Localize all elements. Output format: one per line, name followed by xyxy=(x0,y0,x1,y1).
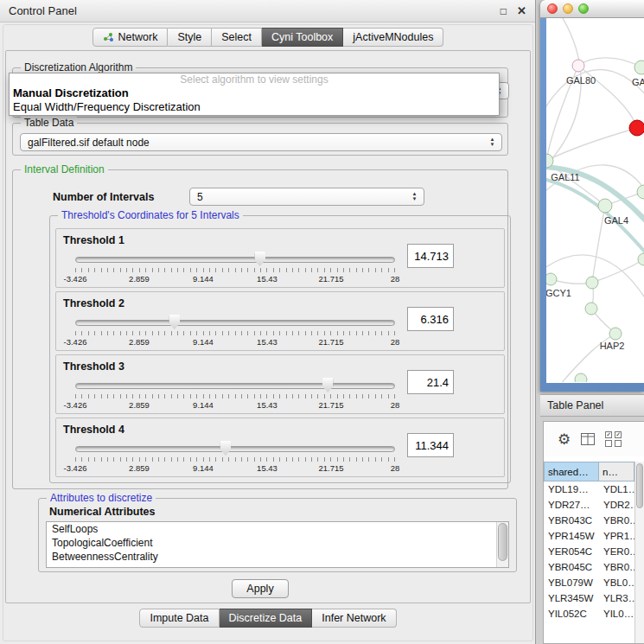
network-node[interactable] xyxy=(609,328,622,340)
minimize-traffic-light-icon[interactable] xyxy=(563,3,573,14)
slider-thumb[interactable] xyxy=(169,315,180,329)
table-cell: YIL052C xyxy=(544,609,599,619)
tick-label: 28 xyxy=(391,400,400,410)
network-node[interactable] xyxy=(638,253,644,265)
dropdown-item-equal-width-frequency[interactable]: Equal Width/Frequency Discretization xyxy=(10,100,499,114)
table-scrollbar[interactable] xyxy=(634,462,644,643)
table-row[interactable]: YLR345WYLR3… xyxy=(544,590,634,606)
network-node-label: GAL11 xyxy=(551,172,579,182)
slider-track[interactable] xyxy=(75,383,395,389)
checkbox-grid-icon[interactable]: ✓ ✓ xyxy=(605,431,622,447)
close-window-icon[interactable]: ✕ xyxy=(517,4,526,17)
tick-label: 28 xyxy=(391,463,400,473)
network-canvas[interactable]: GAL80GAGAL11GAL4GCY1HAP2 xyxy=(546,18,644,383)
slider-ticks xyxy=(75,457,395,462)
zoom-traffic-light-icon[interactable] xyxy=(578,3,589,14)
table-row[interactable]: YDR27…YDR2… xyxy=(544,497,634,513)
table-row[interactable]: YBR045CYBR0… xyxy=(544,559,634,575)
slider-thumb[interactable] xyxy=(220,441,231,456)
table-cell: YBR0… xyxy=(599,562,634,572)
network-node[interactable] xyxy=(546,273,557,285)
threshold-2-panel: Threshold 2 -3.426 2.859 9.144 15.43 21.… xyxy=(55,291,505,351)
threshold-1-slider[interactable]: -3.426 2.859 9.144 15.43 21.715 28 xyxy=(75,251,395,287)
tick-label: 21.715 xyxy=(318,463,343,473)
table-cell: YBR045C xyxy=(544,562,599,572)
table-row[interactable]: YER054CYER0… xyxy=(544,544,634,559)
bottom-tab-bar: Impute Data Discretize Data Infer Networ… xyxy=(0,609,536,628)
column-header-name[interactable]: n… xyxy=(599,462,634,481)
tick-label: 9.144 xyxy=(193,274,214,284)
tab-select[interactable]: Select xyxy=(212,28,262,47)
network-view-window: GAL80GAGAL11GAL4GCY1HAP2 xyxy=(540,0,644,392)
tick-label: 15.43 xyxy=(257,274,277,284)
network-node[interactable] xyxy=(637,185,644,199)
tab-network[interactable]: Network xyxy=(92,28,169,47)
list-item[interactable]: SelfLoops xyxy=(47,522,508,536)
table-row[interactable]: YPR145WYPR1… xyxy=(544,528,634,544)
table-cell: YDR2… xyxy=(599,500,634,510)
threshold-2-value-field[interactable]: 6.316 xyxy=(407,307,454,331)
slider-thumb[interactable] xyxy=(322,378,334,392)
dropdown-placeholder: Select algorithm to view settings xyxy=(10,73,499,86)
threshold-3-value-field[interactable]: 21.4 xyxy=(407,370,454,394)
tick-label: -3.426 xyxy=(64,337,87,347)
table-row[interactable]: YDL19…YDL1… xyxy=(544,481,634,497)
network-edge xyxy=(592,259,644,283)
tab-jactivemnodules[interactable]: jActiveMNodules xyxy=(343,28,443,47)
table-row[interactable]: YBL079WYBL0… xyxy=(544,575,634,590)
network-node[interactable] xyxy=(598,199,612,213)
tick-label: -3.426 xyxy=(64,400,87,410)
network-node[interactable] xyxy=(629,120,644,136)
tick-label: 9.144 xyxy=(193,463,214,473)
network-node[interactable] xyxy=(572,60,584,72)
table-cell: YBL079W xyxy=(544,577,599,588)
network-node[interactable] xyxy=(585,303,597,315)
apply-button[interactable]: Apply xyxy=(232,579,289,598)
table-row[interactable]: YIL052CYIL0… xyxy=(544,606,634,622)
top-tab-bar: Network Style Select Cyni Toolbox jActiv… xyxy=(0,28,536,47)
threshold-1-value-field[interactable]: 14.713 xyxy=(407,244,454,268)
tab-cyni-toolbox[interactable]: Cyni Toolbox xyxy=(262,28,343,47)
close-traffic-light-icon[interactable] xyxy=(547,3,558,14)
slider-track[interactable] xyxy=(75,446,395,452)
tab-infer-network[interactable]: Infer Network xyxy=(312,609,396,628)
table-cell: YER054C xyxy=(544,546,599,557)
network-node[interactable] xyxy=(634,61,644,74)
columns-icon[interactable] xyxy=(581,433,595,445)
slider-ticks xyxy=(75,268,395,272)
network-canvas-svg[interactable]: GAL80GAGAL11GAL4GCY1HAP2 xyxy=(546,18,644,382)
slider-thumb[interactable] xyxy=(254,252,265,266)
dropdown-item-manual-discretization[interactable]: Manual Discretization xyxy=(10,86,499,100)
tab-discretize-data[interactable]: Discretize Data xyxy=(220,609,313,628)
threshold-3-slider[interactable]: -3.426 2.859 9.144 15.43 21.715 28 xyxy=(75,377,395,413)
scrollbar-thumb[interactable] xyxy=(498,523,507,561)
table-data-combobox[interactable]: galFiltered.sif default node ▲▼ xyxy=(20,133,502,151)
scrollbar-thumb[interactable] xyxy=(636,463,643,508)
tab-style[interactable]: Style xyxy=(168,28,212,47)
control-panel-window: Control Panel □ ✕ Network Style Select C… xyxy=(0,0,536,644)
tick-label: 9.144 xyxy=(193,337,214,347)
slider-track[interactable] xyxy=(75,320,395,326)
attributes-scrollbar[interactable] xyxy=(496,522,508,567)
threshold-label: Threshold 4 xyxy=(63,424,124,436)
network-edge xyxy=(546,178,644,256)
group-title: Discretization Algorithm xyxy=(21,61,136,73)
float-window-icon[interactable]: □ xyxy=(501,5,507,17)
threshold-4-value-field[interactable]: 11.344 xyxy=(407,433,454,457)
tab-impute-data[interactable]: Impute Data xyxy=(139,609,219,628)
table-row[interactable]: YBR043CYBR0… xyxy=(544,513,634,528)
table-header-row: shared… n… xyxy=(544,462,634,481)
tick-label: 15.43 xyxy=(257,463,277,473)
threshold-2-slider[interactable]: -3.426 2.859 9.144 15.43 21.715 28 xyxy=(75,314,395,350)
network-node[interactable] xyxy=(586,277,598,289)
number-of-intervals-combobox[interactable]: 5 ▲▼ xyxy=(189,188,424,206)
threshold-4-slider[interactable]: -3.426 2.859 9.144 15.43 21.715 28 xyxy=(75,440,395,476)
column-header-shared-name[interactable]: shared… xyxy=(544,462,599,481)
gear-icon[interactable]: ⚙ xyxy=(558,432,571,447)
slider-track[interactable] xyxy=(75,257,395,263)
list-item[interactable]: TopologicalCoefficient xyxy=(47,536,508,550)
table-cell: YBL0… xyxy=(599,577,634,588)
list-item[interactable]: BetweennessCentrality xyxy=(47,550,508,564)
table-cell: YDL1… xyxy=(599,484,634,494)
network-node[interactable] xyxy=(575,373,587,382)
